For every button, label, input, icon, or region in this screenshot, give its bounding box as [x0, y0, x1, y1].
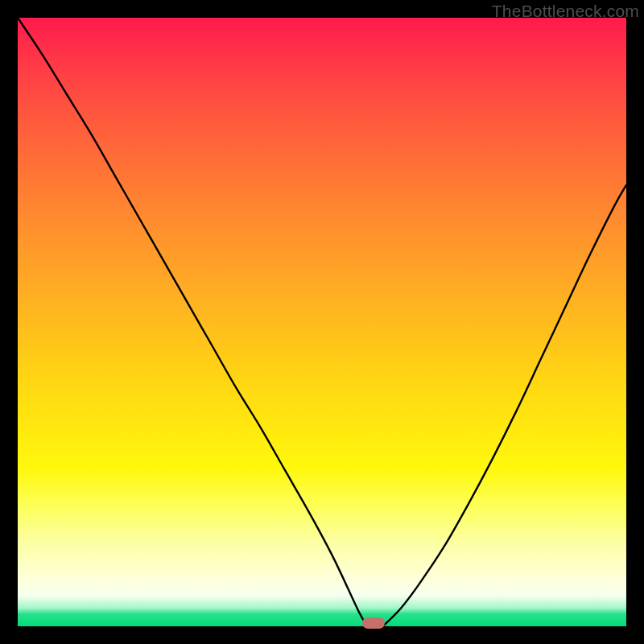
plot-area — [18, 18, 626, 626]
right-curve — [383, 185, 626, 626]
optimal-point-marker — [362, 617, 385, 629]
chart-frame: TheBottleneck.com — [0, 0, 644, 644]
watermark-text: TheBottleneck.com — [492, 2, 639, 21]
curve-layer — [18, 18, 626, 626]
left-curve — [18, 18, 368, 626]
